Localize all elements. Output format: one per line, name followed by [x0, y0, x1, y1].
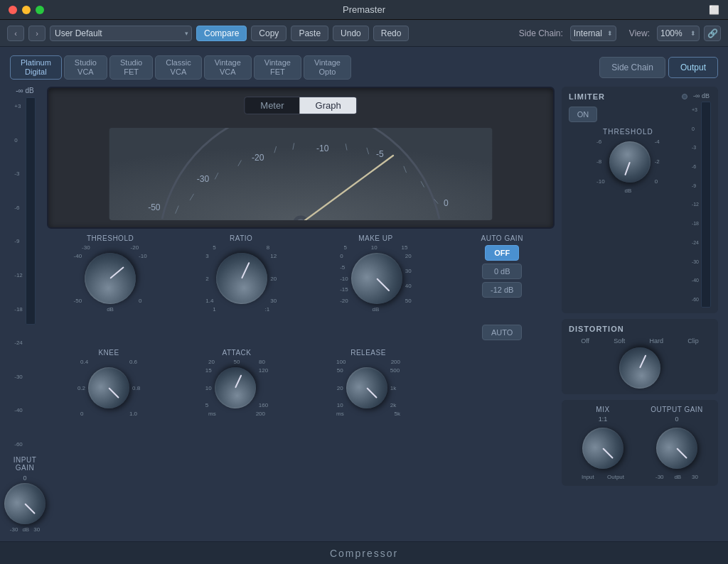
makeup-label: MAKE UP	[358, 234, 393, 242]
ratio-unit-l: 1	[213, 306, 215, 313]
limiter-vu-meter	[701, 102, 711, 308]
tab-vintage-vca[interactable]: Vintage VCA	[204, 55, 252, 80]
tab-vintage-fet[interactable]: Vintage FET	[254, 55, 301, 80]
makeup-l5: -20	[340, 298, 348, 304]
center-section: Meter Graph	[47, 87, 555, 533]
att-tl: 20	[208, 359, 215, 365]
resize-icon[interactable]: ⬜	[709, 5, 719, 15]
link-button[interactable]: 🔗	[704, 26, 721, 41]
graph-tab[interactable]: Graph	[300, 97, 357, 114]
limiter-threshold-label: THRESHOLD	[603, 128, 653, 136]
ratio-knob[interactable]	[208, 244, 277, 313]
limiter-led	[682, 94, 687, 99]
makeup-knob[interactable]	[341, 242, 413, 315]
limiter-threshold-section: THRESHOLD -6 -8 -10 -4 -2	[569, 128, 687, 194]
controls-row-2: KNEE 0.4 0.6 0.2 0.8 0 1.0	[47, 349, 555, 417]
copy-button[interactable]: Copy	[251, 26, 287, 41]
ratio-r3: 30	[270, 298, 277, 304]
sidechain-monitor-button[interactable]: Side Chain	[599, 57, 665, 78]
ratio-l1: 3	[205, 253, 213, 259]
controls-row-1: THRESHOLD -30 -20 -40 -50 -10 0	[47, 234, 555, 340]
preset-select[interactable]: User Default	[50, 26, 192, 41]
output-gain-label: OUTPUT GAIN	[651, 406, 703, 413]
knee-bl: 0	[80, 411, 83, 417]
limiter-on-button[interactable]: ON	[569, 107, 597, 122]
rel-r1: 500	[390, 367, 400, 374]
release-control: RELEASE 100 200 50 20 10 500	[333, 349, 404, 417]
tick-m30: -30	[14, 374, 23, 380]
tab-studio-vca[interactable]: Studio VCA	[64, 55, 107, 80]
output-monitor-button[interactable]: Output	[668, 57, 718, 78]
maximize-button[interactable]	[36, 6, 44, 14]
attack-label: ATTACK	[223, 349, 252, 357]
view-select[interactable]: 100%	[657, 26, 700, 41]
distortion-labels: Off Soft Hard Clip	[569, 337, 711, 345]
meter-graph-tabs: Meter Graph	[244, 97, 357, 114]
thresh-scale-tl: -30	[82, 244, 90, 251]
auto-gain-off-button[interactable]: OFF	[485, 245, 519, 261]
att-unit: ms	[208, 411, 216, 417]
makeup-r4: 50	[405, 298, 412, 304]
attack-control: ATTACK 20 50 80 15 10 5	[205, 349, 269, 417]
output-gain-knob[interactable]	[648, 419, 706, 477]
undo-button[interactable]: Undo	[333, 26, 369, 41]
sidechain-wrapper: Internal ⬍	[570, 26, 616, 41]
meter-tab[interactable]: Meter	[245, 97, 299, 114]
lim-tick-m30: -30	[692, 259, 699, 264]
nav-next-button[interactable]: ›	[28, 26, 46, 41]
auto-gain-section: AUTO GAIN OFF 0 dB -12 dB AUTO	[481, 234, 523, 340]
makeup-l3: -10	[340, 276, 348, 282]
lim-thresh-r2: -2	[655, 158, 660, 165]
rel-r2: 1k	[390, 385, 400, 391]
threshold-control: THRESHOLD -30 -20 -40 -50 -10 0	[78, 234, 142, 313]
lim-tick-m3: -3	[692, 145, 699, 150]
tab-vintage-opto[interactable]: Vintage Opto	[304, 55, 351, 80]
distortion-title: DISTORTION	[569, 325, 711, 333]
redo-button[interactable]: Redo	[373, 26, 410, 41]
input-gain-max: 30	[33, 526, 40, 533]
thresh-r2: 0	[139, 298, 147, 304]
tab-studio-fet[interactable]: Studio FET	[109, 55, 153, 80]
auto-button[interactable]: AUTO	[482, 325, 522, 340]
lim-thresh-l2: -8	[596, 158, 605, 165]
limiter-title: LIMITER	[569, 92, 605, 101]
tab-classic-vca[interactable]: Classic VCA	[155, 55, 201, 80]
auto-gain-0db-button[interactable]: 0 dB	[482, 264, 522, 279]
input-vu-meter	[26, 97, 36, 325]
attack-knob[interactable]	[208, 360, 262, 415]
compare-button[interactable]: Compare	[196, 26, 247, 41]
makeup-r3: 40	[405, 283, 412, 289]
toolbar: ‹ › User Default ▾ Compare Copy Paste Un…	[0, 20, 728, 47]
limiter-threshold-knob[interactable]	[603, 135, 655, 188]
limiter-vu-right: -∞ dB +3 0 -3 -6 -9 -12 -18 -24	[692, 92, 711, 308]
input-gain-label: INPUT GAIN	[4, 456, 46, 472]
auto-gain-12db-button[interactable]: -12 dB	[482, 282, 522, 298]
minimize-button[interactable]	[22, 6, 31, 14]
vu-display: Meter Graph	[47, 87, 555, 229]
tab-row: Platinum Digital Studio VCA Studio FET C…	[10, 55, 718, 80]
paste-button[interactable]: Paste	[291, 26, 328, 41]
att-tm: 50	[234, 359, 240, 365]
close-button[interactable]	[9, 6, 17, 14]
input-gain-knob[interactable]	[0, 474, 54, 533]
release-knob[interactable]	[338, 359, 396, 417]
window-title: Premaster	[343, 4, 385, 15]
makeup-r2: 30	[405, 268, 412, 274]
sidechain-select[interactable]: Internal	[570, 26, 616, 41]
knee-knob[interactable]	[80, 359, 138, 417]
lim-tick-0: 0	[692, 126, 699, 131]
nav-prev-button[interactable]: ‹	[7, 26, 24, 41]
knee-tr: 0.6	[129, 359, 137, 365]
lim-tick-m18: -18	[692, 221, 699, 226]
ratio-l2: 2	[205, 276, 213, 282]
knee-tl: 0.4	[80, 359, 88, 365]
gauge-area: -50 -30 -20 -10 -5 0	[63, 128, 539, 220]
tick-m6: -6	[14, 205, 23, 211]
distortion-knob[interactable]	[612, 340, 667, 395]
ratio-l3: 1.4	[205, 298, 213, 304]
lim-tick-m24: -24	[692, 240, 699, 245]
tab-platinum-digital[interactable]: Platinum Digital	[10, 55, 62, 80]
mix-knob[interactable]	[574, 419, 632, 477]
threshold-knob[interactable]	[74, 242, 146, 314]
dist-hard-label: Hard	[650, 337, 664, 345]
